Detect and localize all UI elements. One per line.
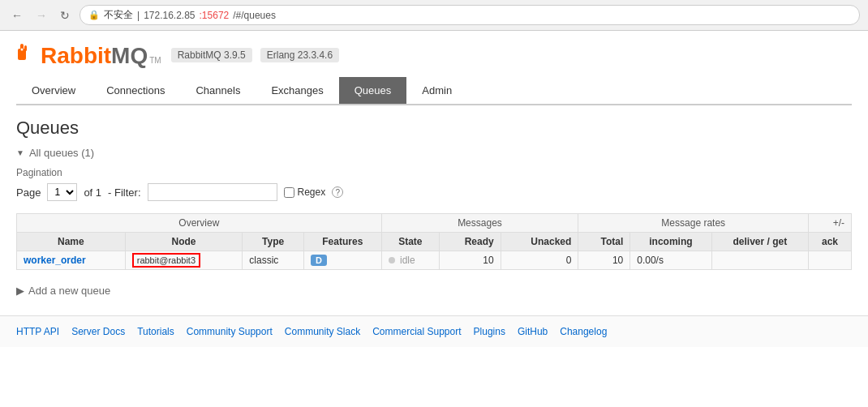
nav-tabs: Overview Connections Channels Exchanges …	[16, 77, 852, 104]
col-group-rates: Message rates	[578, 214, 809, 233]
pagination-area: Pagination Page 1 of 1 - Filter: Regex ?	[16, 167, 852, 201]
queue-feature-cell: D	[303, 251, 381, 270]
logo-mq-text: MQ	[111, 43, 148, 69]
section-label: All queues (1)	[29, 147, 94, 159]
erlang-version: Erlang 23.3.4.6	[260, 48, 339, 62]
queue-ready-cell: 10	[440, 251, 501, 270]
footer-community-support[interactable]: Community Support	[187, 326, 273, 337]
logo-rabbit-text: Rabbit	[41, 43, 111, 69]
pagination-controls: Page 1 of 1 - Filter: Regex ?	[16, 183, 852, 201]
col-total: Total	[578, 233, 630, 251]
url-bar[interactable]: 🔒 不安全 | 172.16.2.85:15672/#/queues	[79, 5, 860, 25]
queue-ack-cell	[809, 251, 852, 270]
footer-tutorials[interactable]: Tutorials	[137, 326, 174, 337]
queue-node-cell: rabbit@rabbit3	[125, 251, 243, 270]
col-incoming: incoming	[630, 233, 711, 251]
pagination-label: Pagination	[16, 167, 852, 178]
filter-label: - Filter:	[108, 186, 140, 199]
rabbitmq-version: RabbitMQ 3.9.5	[171, 48, 252, 62]
col-node: Node	[125, 233, 243, 251]
footer-github[interactable]: GitHub	[518, 326, 548, 337]
queue-name-link[interactable]: worker_order	[24, 255, 86, 266]
col-group-messages: Messages	[381, 214, 578, 233]
url-path: /#/queues	[233, 10, 276, 21]
table-wrapper: Overview Messages Message rates +/- Name…	[16, 213, 852, 270]
add-queue-section[interactable]: ▶ Add a new queue	[16, 278, 852, 303]
tab-overview[interactable]: Overview	[16, 77, 91, 104]
page-select[interactable]: 1	[47, 183, 77, 201]
col-ready: Ready	[440, 233, 501, 251]
logo-tm: TM	[149, 56, 161, 65]
back-button[interactable]: ←	[8, 7, 26, 24]
svg-point-3	[21, 49, 24, 51]
of-label: of 1	[84, 186, 101, 199]
help-icon[interactable]: ?	[332, 186, 343, 198]
col-unacked: Unacked	[501, 233, 578, 251]
state-dot	[389, 257, 395, 263]
tab-admin[interactable]: Admin	[406, 77, 467, 104]
queue-incoming-cell: 0.00/s	[630, 251, 711, 270]
tab-connections[interactable]: Connections	[91, 77, 180, 104]
logo: RabbitMQTM	[16, 41, 161, 69]
queues-table: Overview Messages Message rates +/- Name…	[16, 213, 852, 270]
logo-area: RabbitMQTM RabbitMQ 3.9.5 Erlang 23.3.4.…	[16, 41, 852, 69]
col-name: Name	[17, 233, 126, 251]
col-group-overview: Overview	[17, 214, 382, 233]
footer-http-api[interactable]: HTTP API	[16, 326, 59, 337]
footer-commercial-support[interactable]: Commercial Support	[372, 326, 461, 337]
add-queue-label: Add a new queue	[28, 285, 110, 297]
footer-plugins[interactable]: Plugins	[474, 326, 505, 337]
node-badge: rabbit@rabbit3	[132, 253, 200, 268]
col-state: State	[381, 233, 439, 251]
col-features: Features	[303, 233, 381, 251]
col-ack: ack	[809, 233, 852, 251]
table-row: worker_order rabbit@rabbit3 classic D id…	[17, 251, 852, 270]
add-queue-triangle: ▶	[16, 285, 24, 297]
queue-state-cell: idle	[381, 251, 439, 270]
queue-state: idle	[400, 255, 415, 266]
queue-name-cell[interactable]: worker_order	[17, 251, 126, 270]
svg-rect-2	[24, 45, 27, 51]
main-content: Queues ▼ All queues (1) Pagination Page …	[0, 105, 868, 315]
forward-button[interactable]: →	[32, 7, 50, 24]
footer-changelog[interactable]: Changelog	[560, 326, 607, 337]
toggle-cols-cell[interactable]: +/-	[809, 214, 852, 233]
footer-server-docs[interactable]: Server Docs	[71, 326, 125, 337]
col-deliver-get: deliver / get	[711, 233, 808, 251]
queue-total-cell: 10	[578, 251, 630, 270]
filter-input[interactable]	[148, 183, 277, 201]
url-divider: |	[137, 10, 140, 21]
section-triangle: ▼	[16, 148, 24, 157]
browser-bar: ← → ↻ 🔒 不安全 | 172.16.2.85:15672/#/queues	[0, 0, 868, 31]
security-icon: 🔒	[88, 10, 100, 20]
app-header: RabbitMQTM RabbitMQ 3.9.5 Erlang 23.3.4.…	[0, 31, 868, 104]
section-header: ▼ All queues (1)	[16, 147, 852, 159]
col-type: Type	[243, 233, 304, 251]
security-label: 不安全	[104, 8, 133, 22]
page-title: Queues	[16, 118, 852, 139]
url-port: :15672	[200, 10, 230, 21]
queue-unacked-cell: 0	[501, 251, 578, 270]
tab-queues[interactable]: Queues	[339, 77, 407, 104]
rabbit-icon	[16, 41, 39, 63]
footer: HTTP API Server Docs Tutorials Community…	[0, 315, 868, 347]
footer-community-slack[interactable]: Community Slack	[285, 326, 360, 337]
queue-deliver-cell	[711, 251, 808, 270]
queue-type-cell: classic	[243, 251, 304, 270]
version-info: RabbitMQ 3.9.5 Erlang 23.3.4.6	[171, 48, 339, 62]
regex-checkbox[interactable]	[284, 187, 294, 198]
tab-channels[interactable]: Channels	[180, 77, 256, 104]
feature-badge: D	[311, 255, 327, 266]
page-label: Page	[16, 186, 41, 199]
regex-label: Regex	[284, 186, 326, 198]
reload-button[interactable]: ↻	[57, 7, 73, 24]
tab-exchanges[interactable]: Exchanges	[256, 77, 338, 104]
url-host: 172.16.2.85	[144, 10, 195, 21]
